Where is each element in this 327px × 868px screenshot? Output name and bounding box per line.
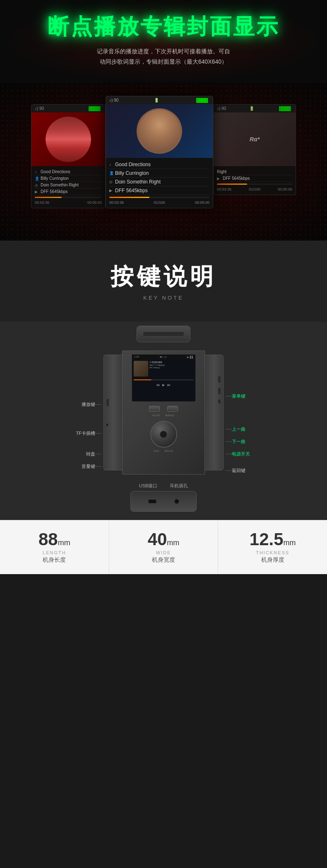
btn-row-top bbox=[149, 406, 178, 412]
menu-label: MENU bbox=[166, 414, 175, 417]
time-current-center: 00:03:36 bbox=[109, 200, 124, 205]
play-icon-center: ▶ bbox=[109, 188, 115, 193]
artist-name-center: Billy Currington bbox=[115, 170, 209, 176]
format-right: DFF 5645kbps bbox=[223, 176, 292, 181]
ctrl-prev: ⏮ bbox=[156, 383, 160, 387]
battery-icon-right: 🔋 bbox=[249, 106, 254, 111]
time-row-left: 00:03:36 00:05:00 bbox=[35, 200, 102, 205]
right-btn-next[interactable] bbox=[218, 387, 221, 395]
progress-label-right: 01/100 bbox=[249, 187, 260, 191]
scroll-wheel[interactable] bbox=[150, 421, 177, 448]
screen-header: ♪) 90 ⇄♫ ↺ ▶ ▌▌ bbox=[132, 355, 195, 359]
right-btn-power[interactable] bbox=[218, 399, 221, 404]
dim-wide-label: WIDE bbox=[115, 550, 212, 555]
album-name-center: Doin Somethin Right bbox=[115, 179, 209, 185]
keynote-subtitle: KEY NOTE bbox=[8, 295, 319, 301]
audio-port-label: 耳机插孔 bbox=[170, 483, 188, 489]
progress-bar-center bbox=[109, 197, 209, 198]
album-name-left: Doin Somethin Right bbox=[41, 183, 102, 187]
device-annotations-wrapper: 播放键 TF卡插槽 转盘 音量键 bbox=[8, 348, 319, 477]
album-art-center bbox=[106, 104, 213, 158]
player-left-info: ♪ Good Directions 👤 Billy Currington ◎ D… bbox=[31, 166, 105, 208]
screen-controls: ▶ ▌▌ bbox=[187, 355, 193, 358]
label-next: 下一曲 bbox=[226, 435, 245, 448]
right-annotation-col: 菜单键 上一曲 下一曲 电源开关 返回键 bbox=[224, 348, 273, 477]
ctrl-play: ▶ bbox=[162, 383, 165, 387]
time-row-right: 00:03:36 01/100 00:05:00 bbox=[217, 186, 292, 192]
players-area: ♪) 90 ▐███▌ ♪ Good Directions 👤 Billy Cu… bbox=[0, 83, 327, 241]
right-btn-prev[interactable] bbox=[218, 376, 221, 383]
play-label: PLAY bbox=[153, 414, 161, 417]
keynote-title: 按键说明 bbox=[8, 261, 319, 293]
battery-bar-right: ▐███▌ bbox=[278, 106, 292, 111]
battery-bar-center: ▐███▌ bbox=[195, 98, 209, 103]
play-button[interactable] bbox=[149, 406, 160, 412]
label-power: 电源开关 bbox=[226, 448, 250, 460]
label-play: 播放键 bbox=[82, 398, 101, 410]
player-center-info: ♪ Good Directions 👤 Billy Currington ◎ D… bbox=[106, 158, 213, 208]
play-icon-left: ▶ bbox=[35, 190, 41, 194]
label-back: 返回键 bbox=[226, 464, 245, 477]
lip-artwork bbox=[46, 117, 91, 162]
dim-length-cn: 机身长度 bbox=[6, 556, 103, 564]
info-row-song-center: ♪ Good Directions bbox=[109, 160, 209, 169]
time-row-center: 00:03:36 01/100 00:05:00 bbox=[109, 200, 209, 205]
song-name-left: Good Directions bbox=[41, 169, 102, 174]
player-left-header: ♪) 90 ▐███▌ bbox=[31, 105, 105, 112]
time-total-right: 00:05:00 bbox=[278, 187, 292, 191]
progress-label-center: 01/100 bbox=[154, 200, 165, 205]
keynote-section: 按键说明 KEY NOTE bbox=[0, 241, 327, 322]
battery-center: 🔋 bbox=[154, 98, 159, 103]
disc-icon-center: ◎ bbox=[109, 180, 115, 184]
volume-icon-left: ♪) 90 bbox=[35, 106, 44, 111]
dim-wide-cn: 机身宽度 bbox=[115, 556, 212, 564]
device-screen: ♪) 90 ⇄♫ ↺ ▶ ▌▌ 小·初恋的滋味 管辖 下了个播放品品 DFF 5… bbox=[132, 354, 196, 402]
artist-name-left: Billy Currington bbox=[41, 176, 102, 181]
back-label: BACK bbox=[165, 450, 173, 452]
screen-body: 小·初恋的滋味 管辖 下了个播放品品 DFF 5645kbps bbox=[132, 359, 195, 378]
btn-label-row: PLAY MENU bbox=[153, 414, 175, 417]
device-top-container bbox=[8, 326, 319, 342]
menu-button[interactable] bbox=[167, 406, 178, 412]
album-circle-center bbox=[137, 108, 182, 154]
info-row-format-center: ▶ DFF 5645kbps bbox=[109, 186, 209, 195]
progress-fill-left bbox=[35, 197, 62, 198]
usb-hole bbox=[148, 499, 156, 503]
label-prev: 上一曲 bbox=[226, 423, 245, 435]
dim-wide: 40mm WIDE 机身宽度 bbox=[109, 520, 219, 574]
left-side-panel bbox=[103, 355, 122, 470]
players-container: ♪) 90 ▐███▌ ♪ Good Directions 👤 Billy Cu… bbox=[4, 96, 323, 208]
left-annotation-col: 播放键 TF卡插槽 转盘 音量键 bbox=[54, 353, 103, 472]
tf-slot bbox=[106, 423, 108, 427]
player-center-header: ♪) 90 🔋 ▐███▌ bbox=[106, 96, 213, 104]
info-row-album-right: Right bbox=[217, 169, 292, 175]
note-icon-center: ♪ bbox=[109, 162, 115, 167]
dim-thickness-number: 12.5mm bbox=[224, 531, 321, 548]
info-row-song-left: ♪ Good Directions bbox=[35, 169, 102, 175]
screen-track-info: 小·初恋的滋味 管辖 下了个播放品品 DFF 5645kbps bbox=[149, 361, 194, 377]
right-side-panel bbox=[205, 355, 224, 470]
album-name-right: Right bbox=[217, 169, 292, 174]
main-title: 断点播放专辑封面显示 bbox=[8, 12, 319, 41]
side-btn-1[interactable] bbox=[106, 398, 109, 407]
dim-thickness: 12.5mm THICKNESS 机身厚度 bbox=[218, 520, 327, 574]
vol-label: VOL bbox=[154, 450, 160, 452]
usb-port bbox=[148, 499, 156, 503]
song-name-center: Good Directions bbox=[115, 162, 209, 167]
device-bottom-area: USB接口 耳机插孔 bbox=[8, 483, 319, 512]
info-row-album-left: ◎ Doin Somethin Right bbox=[35, 182, 102, 188]
usb-port-label: USB接口 bbox=[139, 483, 158, 489]
time-current-left: 00:03:36 bbox=[35, 200, 49, 205]
ctrl-next: ⏭ bbox=[167, 383, 171, 387]
screen-sub1: 管辖 下了个播放品品 bbox=[149, 364, 194, 366]
progress-fill-center bbox=[109, 197, 149, 198]
sub-text: 记录音乐的播放进度，下次开机时可接着播放。可自 动同步歌词显示，专辑封面显示（最… bbox=[8, 46, 319, 67]
time-current-right: 00:03:36 bbox=[217, 187, 231, 191]
girl-silhouette bbox=[139, 110, 180, 153]
label-tfcard: TF卡插槽 bbox=[76, 427, 101, 439]
device-bottom-view bbox=[130, 491, 197, 512]
top-banner: 断点播放专辑封面显示 记录音乐的播放进度，下次开机时可接着播放。可自 动同步歌词… bbox=[0, 0, 327, 83]
format-left: DFF 5645kbps bbox=[41, 189, 102, 194]
screen-thumb bbox=[134, 361, 148, 377]
player-left: ♪) 90 ▐███▌ ♪ Good Directions 👤 Billy Cu… bbox=[31, 104, 106, 208]
